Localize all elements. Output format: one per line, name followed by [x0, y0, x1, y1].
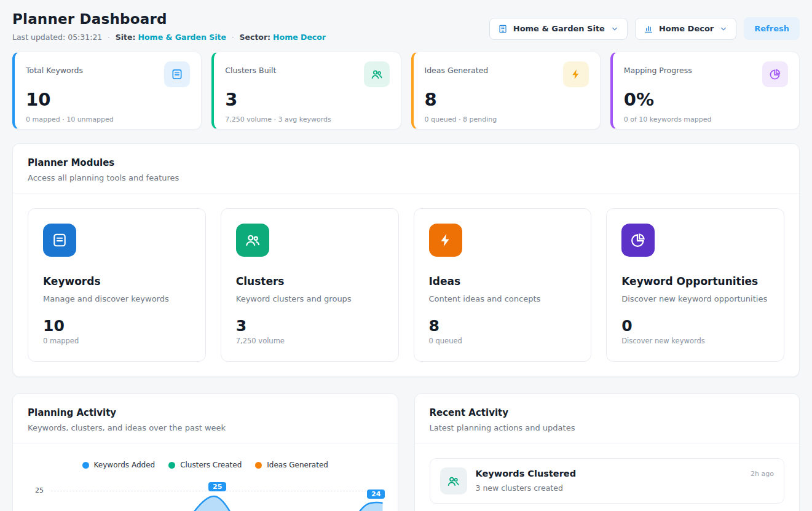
site-label: Site:	[116, 33, 136, 42]
recent-activity-header: Recent Activity Latest planning actions …	[415, 394, 800, 443]
module-value: 10	[43, 317, 191, 335]
module-description: Content ideas and concepts	[429, 294, 577, 303]
stat-card-total-keywords: Total Keywords 10 0 mapped · 10 unmapped	[12, 52, 202, 130]
planning-activity-panel: Planning Activity Keywords, clusters, an…	[12, 393, 398, 511]
module-title: Clusters	[236, 275, 384, 287]
section-subtitle: Access all planning tools and features	[28, 173, 784, 182]
stat-label: Clusters Built	[225, 66, 276, 75]
legend-dot-blue	[82, 462, 89, 469]
pie-chart-icon	[621, 224, 655, 257]
sector-meta: Sector: Home Decor	[240, 33, 326, 42]
site-select-value: Home & Garden Site	[513, 24, 605, 33]
stat-detail: 0 queued · 8 pending	[425, 115, 589, 123]
section-title: Recent Activity	[430, 407, 785, 418]
stat-card-ideas-generated: Ideas Generated 8 0 queued · 8 pending	[411, 52, 601, 130]
lightning-icon	[429, 224, 462, 257]
users-icon	[236, 224, 269, 257]
planning-activity-header: Planning Activity Keywords, clusters, an…	[13, 394, 398, 443]
module-title: Ideas	[429, 275, 577, 287]
document-icon	[43, 224, 76, 257]
users-icon	[440, 467, 467, 494]
planner-modules-header: Planner Modules Access all planning tool…	[13, 144, 799, 193]
stat-label: Ideas Generated	[425, 66, 489, 75]
refresh-button[interactable]: Refresh	[744, 17, 800, 40]
module-card-keywords[interactable]: Keywords Manage and discover keywords 10…	[28, 208, 206, 362]
module-value: 3	[236, 317, 384, 335]
stat-value: 8	[425, 89, 589, 110]
stat-detail: 0 mapped · 10 unmapped	[26, 115, 190, 123]
activity-list: Keywords Clustered 3 new clusters create…	[415, 443, 800, 511]
site-meta: Site: Home & Garden Site	[116, 33, 226, 42]
modules-grid: Keywords Manage and discover keywords 10…	[13, 193, 799, 376]
legend-dot-orange	[255, 462, 262, 469]
module-card-keyword-opportunities[interactable]: Keyword Opportunities Discover new keywo…	[606, 208, 784, 362]
legend-label: Keywords Added	[94, 461, 156, 469]
planner-modules-panel: Planner Modules Access all planning tool…	[12, 143, 800, 377]
module-detail: Discover new keywords	[621, 337, 769, 345]
data-point-label: 25	[208, 482, 226, 491]
chevron-down-icon	[719, 25, 728, 33]
module-value: 8	[429, 317, 577, 335]
data-point-label: 24	[367, 490, 385, 499]
lightning-icon	[563, 61, 589, 87]
activity-timestamp: 2h ago	[751, 470, 774, 478]
building-icon	[498, 24, 508, 34]
module-detail: 0 queued	[429, 337, 577, 345]
activity-body: Keywords Clustered 3 new clusters create…	[476, 467, 743, 493]
header-left: Planner Dashboard Last updated: 05:31:21…	[12, 11, 326, 42]
stat-value: 10	[26, 89, 190, 110]
legend-item-clusters-created: Clusters Created	[168, 461, 242, 469]
activity-detail: 3 new clusters created	[476, 483, 743, 493]
legend-label: Ideas Generated	[267, 461, 328, 469]
section-subtitle: Latest planning actions and updates	[430, 423, 785, 432]
stat-detail: 7,250 volume · 3 avg keywords	[225, 115, 389, 123]
header: Planner Dashboard Last updated: 05:31:21…	[12, 11, 800, 42]
sector-label: Sector:	[240, 33, 271, 42]
header-meta: Last updated: 05:31:21 · Site: Home & Ga…	[12, 33, 326, 42]
header-controls: Home & Garden Site Home Decor Refresh	[489, 17, 800, 40]
y-axis-tick: 25	[35, 486, 44, 494]
module-detail: 7,250 volume	[236, 337, 384, 345]
sector-link[interactable]: Home Decor	[273, 33, 326, 42]
chart-legend: Keywords Added Clusters Created Ideas Ge…	[13, 461, 398, 469]
stat-detail: 0 of 10 keywords mapped	[624, 115, 788, 123]
module-card-ideas[interactable]: Ideas Content ideas and concepts 8 0 que…	[414, 208, 592, 362]
section-subtitle: Keywords, clusters, and ideas over the p…	[28, 423, 383, 432]
module-card-clusters[interactable]: Clusters Keyword clusters and groups 3 7…	[221, 208, 399, 362]
meta-separator: ·	[108, 33, 110, 41]
module-detail: 0 mapped	[43, 337, 191, 345]
page-title: Planner Dashboard	[12, 11, 326, 27]
bar-chart-icon	[644, 24, 653, 34]
meta-separator: ·	[232, 33, 234, 41]
module-value: 0	[621, 317, 769, 335]
section-title: Planning Activity	[28, 407, 383, 418]
stats-row: Total Keywords 10 0 mapped · 10 unmapped…	[12, 52, 800, 130]
site-select[interactable]: Home & Garden Site	[489, 18, 628, 40]
bottom-row: Planning Activity Keywords, clusters, an…	[12, 393, 800, 511]
activity-title: Keywords Clustered	[476, 469, 743, 478]
stat-label: Total Keywords	[26, 66, 83, 75]
legend-item-ideas-generated: Ideas Generated	[255, 461, 328, 469]
section-title: Planner Modules	[28, 157, 784, 168]
stat-card-mapping-progress: Mapping Progress 0% 0 of 10 keywords map…	[610, 52, 800, 130]
stat-value: 0%	[624, 89, 788, 110]
legend-dot-green	[168, 462, 175, 469]
legend-item-keywords-added: Keywords Added	[82, 461, 156, 469]
users-icon	[364, 61, 390, 87]
module-title: Keywords	[43, 275, 191, 287]
stat-value: 3	[225, 89, 389, 110]
activity-item-keywords-clustered[interactable]: Keywords Clustered 3 new clusters create…	[430, 458, 785, 504]
recent-activity-panel: Recent Activity Latest planning actions …	[414, 393, 800, 511]
module-description: Keyword clusters and groups	[236, 294, 384, 303]
chevron-down-icon	[610, 25, 619, 33]
stat-card-clusters-built: Clusters Built 3 7,250 volume · 3 avg ke…	[211, 52, 401, 130]
site-link[interactable]: Home & Garden Site	[138, 33, 226, 42]
planner-dashboard-page: Planner Dashboard Last updated: 05:31:21…	[0, 0, 812, 511]
sector-select[interactable]: Home Decor	[635, 18, 736, 40]
module-title: Keyword Opportunities	[621, 275, 769, 287]
module-description: Manage and discover keywords	[43, 294, 191, 303]
pie-chart-icon	[762, 61, 788, 87]
legend-label: Clusters Created	[180, 461, 242, 469]
stat-label: Mapping Progress	[624, 66, 692, 75]
last-updated-text: Last updated: 05:31:21	[12, 33, 102, 42]
